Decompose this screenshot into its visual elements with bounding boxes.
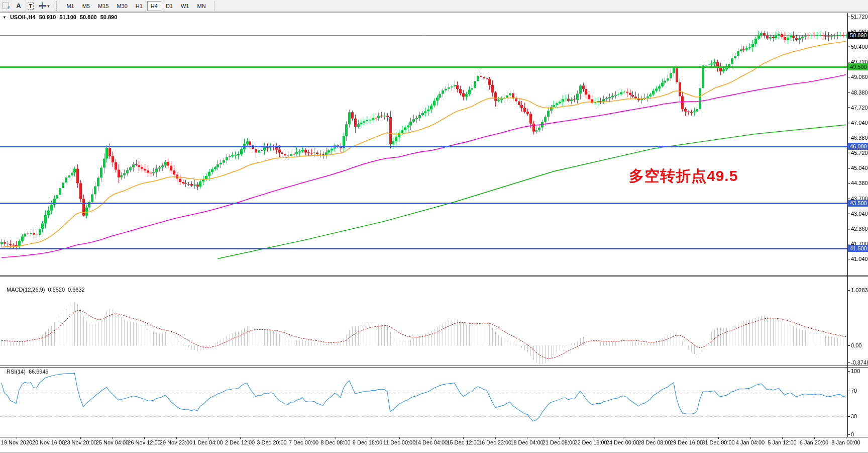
time-axis-label: 22 Dec 16:00 [574, 439, 607, 445]
symbol-name: USOil-,H4 [10, 14, 36, 20]
time-axis-label: 8 Jan 00:00 [831, 439, 860, 445]
time-axis-label: 28 Dec 08:00 [638, 439, 671, 445]
dropdown-caret-icon: ▾ [47, 4, 50, 9]
macd-title: MACD(12,26,9) [7, 287, 45, 293]
timeframe-h1-button[interactable]: H1 [132, 1, 146, 11]
rsi-value: 66.6949 [29, 369, 49, 375]
docking-icon-label: F [8, 6, 10, 10]
time-axis-label: 31 Dec 00:00 [702, 439, 734, 445]
price-scale-label: 41.040 [851, 256, 868, 262]
time-axis-label: 9 Dec 16:00 [353, 439, 382, 445]
timeframe-w1-button[interactable]: W1 [177, 1, 193, 11]
ohlc-high: 51.100 [59, 14, 76, 20]
time-axis-label: 11 Dec 00:00 [383, 439, 416, 445]
time-axis-label: 15 Dec 12:00 [447, 439, 479, 445]
time-axis-label: 25 Nov 04:00 [96, 439, 129, 445]
time-axis-label: 19 Nov 2020 [1, 439, 32, 445]
timeframe-d1-button[interactable]: D1 [162, 1, 176, 11]
ohlc-close: 50.890 [100, 14, 118, 20]
macd-scale-label: 0.00 [851, 342, 861, 348]
text-label-icon: A [16, 2, 21, 10]
time-axis-label: 21 Dec 08:00 [542, 439, 575, 445]
macd-scale-label: -0.3748 [851, 359, 868, 366]
time-axis-label: 4 Jan 04:00 [736, 439, 765, 445]
price-badge-green-level: 49.500 [848, 63, 868, 70]
macd-signal-value: 0.6632 [68, 287, 85, 293]
macd-scale-label: 1.0283 [851, 287, 868, 293]
price-badge-current-price: 50.890 [848, 32, 868, 39]
time-axis-label: 3 Dec 20:00 [257, 439, 286, 445]
time-axis-label: 29 Nov 23:00 [160, 439, 192, 445]
text-label-tool-button[interactable]: A [13, 1, 24, 11]
arrows-icon [39, 3, 46, 9]
symbol-dropdown-icon[interactable]: ▼ [3, 15, 7, 20]
timeframe-m1-button[interactable]: M1 [63, 1, 77, 11]
arrows-tool-button[interactable]: ▾ [37, 1, 52, 11]
price-scale-label: 45.040 [851, 165, 868, 171]
timeframe-h4-button[interactable]: H4 [147, 1, 161, 11]
time-axis-label: 5 Jan 12:00 [768, 439, 797, 445]
timeframe-m15-button[interactable]: M15 [94, 1, 112, 11]
rsi-scale-label: 100 [851, 368, 860, 374]
time-axis-label: 7 Dec 00:00 [289, 439, 318, 445]
time-axis-label: 23 Nov 20:00 [64, 439, 96, 445]
docking-tool-button[interactable]: F [1, 1, 12, 11]
price-scale-label: 43.040 [851, 211, 868, 217]
text-box-icon: T [28, 3, 34, 10]
time-axis-label: 18 Dec 04:00 [510, 439, 543, 445]
time-axis-label: 29 Dec 16:00 [670, 439, 703, 445]
time-axis-label: 26 Nov 12:00 [128, 439, 160, 445]
timeframe-mn-button[interactable]: MN [193, 1, 209, 11]
text-box-tool-button[interactable]: T [25, 1, 36, 11]
price-scale-label: 50.400 [851, 44, 868, 50]
rsi-indicator-label: RSI(14) 66.6949 [7, 369, 49, 375]
time-axis-label: 16 Dec 23:00 [479, 439, 511, 445]
mt4-chart-window: F A T ▾ M1 M5 M15 M30 H1 H4 D1 W1 MN ▼ U… [0, 0, 868, 453]
price-scale-label: 47.040 [851, 120, 868, 126]
time-axis-label: 2 Dec 12:00 [225, 439, 255, 445]
price-scale-label: 45.720 [851, 150, 868, 156]
timeframe-m30-button[interactable]: M30 [113, 1, 131, 11]
time-axis-label: 14 Dec 04:00 [415, 439, 448, 445]
symbol-ohlc-bar: ▼ USOil-,H4 50.910 51.100 50.800 50.890 [3, 14, 117, 20]
price-badge-blue-level: 41.500 [848, 245, 868, 252]
price-scale-label: 51.720 [851, 14, 868, 20]
toolbar-grip[interactable] [56, 2, 60, 11]
ohlc-open: 50.910 [39, 14, 56, 20]
time-axis-label: 1 Dec 04:00 [193, 439, 223, 445]
time-axis-label: 8 Dec 08:00 [320, 439, 350, 445]
toolbar-separator [214, 1, 214, 11]
price-scale-label: 48.380 [851, 89, 868, 96]
price-scale-label: 49.060 [851, 74, 868, 80]
time-axis-label: 24 Dec 00:00 [606, 439, 639, 445]
timeframe-m5-button[interactable]: M5 [79, 1, 93, 11]
rsi-scale-label: 70 [851, 388, 857, 394]
rsi-title: RSI(14) [7, 369, 26, 375]
price-badge-blue-level: 46.000 [848, 143, 868, 150]
price-scale-label: 46.380 [851, 135, 868, 141]
price-scale-label: 44.380 [851, 180, 868, 186]
ohlc-low: 50.800 [80, 14, 97, 20]
main-toolbar: F A T ▾ M1 M5 M15 M30 H1 H4 D1 W1 MN [0, 0, 868, 12]
price-chart-canvas[interactable] [0, 12, 868, 453]
price-badge-blue-level: 43.500 [848, 200, 868, 207]
macd-main-value: 0.6520 [48, 287, 65, 293]
rsi-scale-label: 30 [851, 413, 857, 419]
time-axis-label: 6 Jan 20:00 [800, 439, 829, 445]
price-scale-label: 47.720 [851, 105, 868, 111]
macd-indicator-label: MACD(12,26,9) 0.6520 0.6632 [7, 287, 85, 293]
price-scale-label: 42.360 [851, 226, 868, 232]
chart-text-annotation[interactable]: 多空转折点49.5 [629, 166, 738, 187]
rsi-scale-label: 0 [851, 431, 854, 437]
time-axis-label: 20 Nov 16:00 [32, 439, 65, 445]
